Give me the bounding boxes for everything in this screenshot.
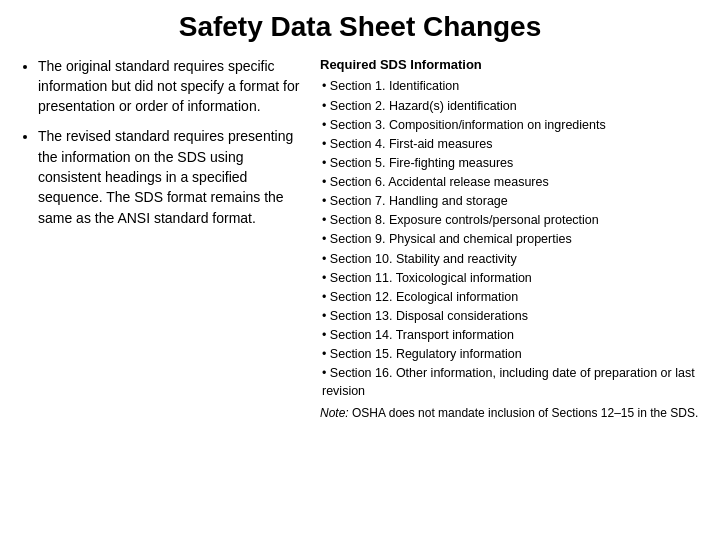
list-item: Section 12. Ecological information: [320, 288, 700, 306]
content-area: The original standard requires specific …: [20, 56, 700, 530]
list-item: Section 14. Transport information: [320, 326, 700, 344]
note-content: OSHA does not mandate inclusion of Secti…: [352, 406, 698, 420]
right-column: Required SDS Information Section 1. Iden…: [320, 56, 700, 530]
note-text: Note: OSHA does not mandate inclusion of…: [320, 405, 700, 422]
list-item: Section 10. Stability and reactivity: [320, 250, 700, 268]
list-item: Section 2. Hazard(s) identification: [320, 97, 700, 115]
list-item: Section 7. Handling and storage: [320, 192, 700, 210]
list-item: Section 11. Toxicological information: [320, 269, 700, 287]
list-item: Section 6. Accidental release measures: [320, 173, 700, 191]
list-item: Section 8. Exposure controls/personal pr…: [320, 211, 700, 229]
left-bullet-list: The original standard requires specific …: [20, 56, 310, 228]
list-item: Section 15. Regulatory information: [320, 345, 700, 363]
left-column: The original standard requires specific …: [20, 56, 310, 530]
page-title: Safety Data Sheet Changes: [20, 10, 700, 44]
list-item: The original standard requires specific …: [38, 56, 310, 117]
list-item: The revised standard requires presenting…: [38, 126, 310, 227]
list-item: Section 9. Physical and chemical propert…: [320, 230, 700, 248]
required-sds-header: Required SDS Information: [320, 56, 700, 75]
list-item: Section 5. Fire-fighting measures: [320, 154, 700, 172]
section-list: Section 1. IdentificationSection 2. Haza…: [320, 77, 700, 400]
note-label: Note:: [320, 406, 349, 420]
list-item: Section 16. Other information, including…: [320, 364, 700, 400]
page-container: Safety Data Sheet Changes The original s…: [0, 0, 720, 540]
list-item: Section 1. Identification: [320, 77, 700, 95]
list-item: Section 3. Composition/information on in…: [320, 116, 700, 134]
list-item: Section 4. First-aid measures: [320, 135, 700, 153]
list-item: Section 13. Disposal considerations: [320, 307, 700, 325]
